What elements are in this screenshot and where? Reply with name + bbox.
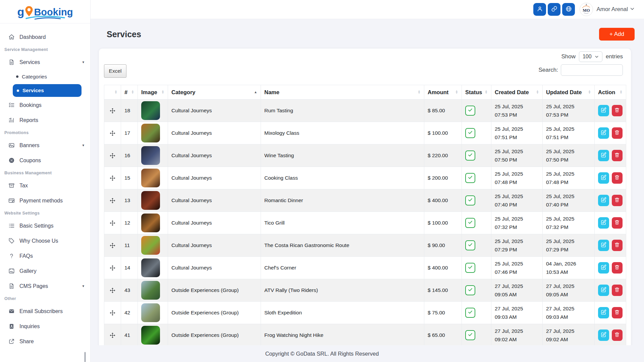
language-button[interactable]: [562, 3, 575, 16]
edit-button[interactable]: [598, 240, 609, 251]
updated-date-cell: 25 Jul, 202507:40 PM: [543, 189, 595, 212]
column-header-name[interactable]: Name▲▼: [261, 85, 424, 100]
sidebar-item-services[interactable]: Services ▾: [0, 55, 90, 70]
share-icon: [8, 338, 15, 345]
edit-button[interactable]: [598, 307, 609, 318]
edit-button[interactable]: [598, 127, 609, 139]
column-header-action[interactable]: Action▲▼: [595, 85, 626, 100]
page-size-select[interactable]: 100: [579, 51, 602, 62]
edit-button[interactable]: [598, 285, 609, 296]
sidebar-item-email-subscribers[interactable]: Email Subscribers: [0, 304, 90, 319]
status-checkbox[interactable]: [465, 218, 475, 228]
name-cell: Mixology Class: [261, 122, 424, 144]
footer-copyright: Copyright © GoData SRL. All Rights Reser…: [265, 351, 379, 357]
drag-handle-icon[interactable]: [108, 310, 117, 316]
drag-handle-icon[interactable]: [108, 243, 117, 248]
created-date-cell: 25 Jul, 202507:32 PM: [491, 212, 543, 234]
excel-export-button[interactable]: Excel: [104, 64, 126, 78]
sidebar-scrollbar[interactable]: [85, 352, 86, 362]
sidebar-item-why-choose-us[interactable]: Why Choose Us: [0, 233, 90, 248]
status-checkbox[interactable]: [465, 195, 475, 205]
column-header-status[interactable]: Status▲▼: [462, 85, 491, 100]
edit-button[interactable]: [598, 262, 609, 274]
status-checkbox[interactable]: [465, 106, 475, 116]
delete-button[interactable]: [612, 285, 623, 296]
sidebar-item-dashboard[interactable]: Dashboard: [0, 29, 90, 45]
edit-button[interactable]: [598, 329, 609, 341]
status-checkbox[interactable]: [465, 150, 475, 161]
delete-button[interactable]: [612, 240, 623, 251]
sidebar-subitem-services[interactable]: Services: [13, 84, 82, 97]
delete-button[interactable]: [612, 262, 623, 274]
drag-handle-icon[interactable]: [108, 288, 117, 293]
sidebar-item-bookings[interactable]: Bookings: [0, 98, 90, 113]
search-input[interactable]: [561, 64, 623, 76]
category-cell: Cultural Journeys: [168, 122, 261, 144]
drag-handle-icon[interactable]: [108, 265, 117, 271]
delete-button[interactable]: [612, 195, 623, 206]
status-checkbox[interactable]: [465, 173, 475, 183]
column-header-category[interactable]: Category▲: [168, 85, 261, 100]
drag-handle-icon[interactable]: [108, 153, 117, 159]
column-header-updated-date[interactable]: Updated Date▲▼: [543, 85, 595, 100]
drag-handle-icon[interactable]: [108, 108, 117, 114]
status-checkbox[interactable]: [465, 285, 475, 295]
created-date-cell: 25 Jul, 202507:53 PM: [491, 100, 543, 122]
globe-icon: [566, 6, 572, 13]
sidebar-item-payment-methods[interactable]: Payment methods: [0, 193, 90, 208]
status-checkbox[interactable]: [465, 308, 475, 318]
logo-swoosh: [25, 15, 66, 20]
site-link-button[interactable]: [548, 3, 560, 16]
drag-handle-icon[interactable]: [108, 333, 117, 338]
sidebar-item-gallery[interactable]: Gallery: [0, 263, 90, 279]
edit-button[interactable]: [598, 172, 609, 184]
edit-button[interactable]: [598, 105, 609, 116]
status-checkbox[interactable]: [465, 240, 475, 250]
drag-handle-icon[interactable]: [108, 130, 117, 136]
edit-button[interactable]: [598, 217, 609, 229]
column-header-created-date[interactable]: Created Date▲▼: [491, 85, 543, 100]
sidebar-item-cms-pages[interactable]: CMS Pages ▾: [0, 279, 90, 294]
edit-button[interactable]: [598, 150, 609, 161]
column-header-amount[interactable]: Amount▲▼: [424, 85, 462, 100]
sidebar-item-tax[interactable]: Tax: [0, 178, 90, 193]
delete-button[interactable]: [612, 127, 623, 139]
delete-button[interactable]: [612, 217, 623, 229]
sidebar-item-basic-settings[interactable]: Basic Settings: [0, 218, 90, 233]
sidebar-item-share[interactable]: Share: [0, 334, 90, 349]
check-icon: [468, 130, 473, 136]
column-header-image[interactable]: Image▲▼: [138, 85, 168, 100]
service-image: [141, 101, 160, 120]
sidebar-item-inquiries[interactable]: Inquiries: [0, 319, 90, 334]
drag-handle-icon[interactable]: [108, 175, 117, 181]
edit-button[interactable]: [598, 195, 609, 206]
brand-logo[interactable]: g Booking: [0, 0, 90, 23]
user-name[interactable]: Amor Arenal: [596, 6, 628, 13]
sidebar-item-reports[interactable]: Reports: [0, 113, 90, 128]
sidebar-item-coupons[interactable]: Coupons: [0, 153, 90, 168]
sidebar-subitem-categories[interactable]: Categories: [0, 70, 90, 83]
drag-handle-icon[interactable]: [108, 220, 117, 226]
status-checkbox[interactable]: [465, 263, 475, 273]
column-header-[interactable]: #▲▼: [121, 85, 138, 100]
status-checkbox[interactable]: [465, 128, 475, 138]
category-cell: Cultural Journeys: [168, 189, 261, 212]
status-checkbox[interactable]: [465, 330, 475, 340]
add-button[interactable]: + Add: [599, 28, 635, 41]
delete-button[interactable]: [612, 105, 623, 116]
sidebar-item-faqs[interactable]: FAQs: [0, 248, 90, 263]
avatar[interactable]: MO: [580, 3, 593, 16]
delete-button[interactable]: [612, 307, 623, 318]
profile-button[interactable]: [533, 3, 546, 16]
delete-button[interactable]: [612, 329, 623, 341]
column-header-drag[interactable]: ▲▼: [104, 85, 121, 100]
delete-button[interactable]: [612, 172, 623, 184]
sidebar-section-other: Other: [0, 294, 90, 304]
check-icon: [468, 197, 473, 204]
delete-button[interactable]: [612, 150, 623, 161]
drag-handle-icon[interactable]: [108, 198, 117, 203]
sidebar-item-banners[interactable]: Banners ▾: [0, 138, 90, 153]
chevron-down-icon[interactable]: [630, 6, 635, 12]
home-icon: [8, 34, 15, 41]
sort-icon: ▲▼: [620, 90, 623, 94]
